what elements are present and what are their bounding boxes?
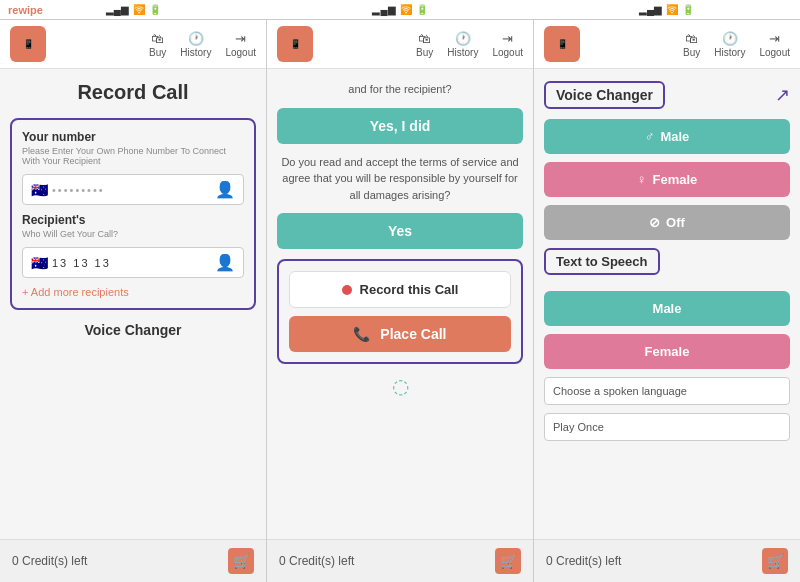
nav-buy-1[interactable]: 🛍 Buy <box>149 31 166 58</box>
voice-changer-title: Voice Changer <box>544 81 665 109</box>
panel3-logo: 📱 <box>544 26 580 62</box>
history-icon-3: 🕐 <box>722 31 738 46</box>
nav-history-2[interactable]: 🕐 History <box>447 31 478 58</box>
tts-male-button[interactable]: Male <box>544 291 790 326</box>
history-icon-2: 🕐 <box>455 31 471 46</box>
nav-buy-3[interactable]: 🛍 Buy <box>683 31 700 58</box>
nav-logout-2[interactable]: ⇥ Logout <box>492 31 523 58</box>
consent-text-1: and for the recipient? <box>277 81 523 98</box>
panel1-body: Record Call Your number Please Enter You… <box>0 69 266 539</box>
recipients-input[interactable]: 🇦🇺 13 13 13 👤 <box>22 247 244 278</box>
voice-changer-section-label: Voice Changer <box>10 322 256 338</box>
recipients-sublabel: Who Will Get Your Call? <box>22 229 244 239</box>
tts-female-button[interactable]: Female <box>544 334 790 369</box>
page-title: Record Call <box>10 81 256 104</box>
panel2-body: and for the recipient? Yes, I did Do you… <box>267 69 533 539</box>
off-voice-button[interactable]: ⊘ Off <box>544 205 790 240</box>
record-call-button[interactable]: Record this Call <box>289 271 511 308</box>
arrow-up-right-icon: ↗ <box>775 84 790 106</box>
female-symbol: ♀ <box>637 172 647 187</box>
language-dropdown[interactable]: Choose a spoken language <box>544 377 790 405</box>
logout-icon-1: ⇥ <box>235 31 246 46</box>
cart-button-1[interactable]: 🛒 <box>228 548 254 574</box>
panel-consent: 📱 🛍 Buy 🕐 History ⇥ Logout and for the r <box>267 20 534 582</box>
history-icon-1: 🕐 <box>188 31 204 46</box>
logout-icon-2: ⇥ <box>502 31 513 46</box>
off-symbol: ⊘ <box>649 215 660 230</box>
buy-icon-2: 🛍 <box>418 31 431 46</box>
yes-i-did-button[interactable]: Yes, I did <box>277 108 523 144</box>
logout-icon-3: ⇥ <box>769 31 780 46</box>
male-voice-button[interactable]: ♂ Male <box>544 119 790 154</box>
credits-label-3: 0 Credit(s) left <box>546 554 621 568</box>
panel3-footer: 0 Credit(s) left 🛒 <box>534 539 800 582</box>
cart-button-2[interactable]: 🛒 <box>495 548 521 574</box>
tts-label: Text to Speech <box>544 248 660 275</box>
panel3-header: 📱 🛍 Buy 🕐 History ⇥ Logout <box>534 20 800 69</box>
buy-icon-3: 🛍 <box>685 31 698 46</box>
app-logo: rewipe <box>8 4 43 16</box>
panel2-header: 📱 🛍 Buy 🕐 History ⇥ Logout <box>267 20 533 69</box>
nav-history-1[interactable]: 🕐 History <box>180 31 211 58</box>
tts-buttons: Male Female <box>544 291 790 377</box>
buy-icon-1: 🛍 <box>151 31 164 46</box>
nav-logout-3[interactable]: ⇥ Logout <box>759 31 790 58</box>
panel1-logo: 📱 <box>10 26 46 62</box>
flag-au-2: 🇦🇺 <box>31 255 48 271</box>
panel1-footer: 0 Credit(s) left 🛒 <box>0 539 266 582</box>
panel-voice-changer: 📱 🛍 Buy 🕐 History ⇥ Logout <box>534 20 800 582</box>
status-bar-1: ▂▄▆🛜🔋 <box>106 4 161 15</box>
panel1-nav: 🛍 Buy 🕐 History ⇥ Logout <box>149 31 256 58</box>
male-symbol: ♂ <box>645 129 655 144</box>
phone-icon: 📞 <box>353 326 370 342</box>
voice-changer-header: Voice Changer ↗ <box>544 81 790 109</box>
loading-spinner: ◌ <box>277 374 523 398</box>
consent-text-2: Do you read and accept the terms of serv… <box>277 154 523 204</box>
panel2-logo: 📱 <box>277 26 313 62</box>
place-call-button[interactable]: 📞 Place Call <box>289 316 511 352</box>
add-recipients-link[interactable]: + Add more recipients <box>22 286 244 298</box>
your-number-value: ••••••••• <box>52 184 215 196</box>
status-bar-3: ▂▄▆🛜🔋 <box>639 4 694 15</box>
your-number-input[interactable]: 🇦🇺 ••••••••• 👤 <box>22 174 244 205</box>
credits-label-2: 0 Credit(s) left <box>279 554 354 568</box>
panel3-body: Voice Changer ↗ ♂ Male ♀ Female ⊘ Off Te… <box>534 69 800 539</box>
panel2-footer: 0 Credit(s) left 🛒 <box>267 539 533 582</box>
contact-icon-1: 👤 <box>215 180 235 199</box>
yes-button[interactable]: Yes <box>277 213 523 249</box>
nav-logout-1[interactable]: ⇥ Logout <box>225 31 256 58</box>
cart-button-3[interactable]: 🛒 <box>762 548 788 574</box>
your-number-section: Your number Please Enter Your Own Phone … <box>10 118 256 310</box>
recipient-value: 13 13 13 <box>52 257 215 269</box>
play-once-dropdown[interactable]: Play Once <box>544 413 790 441</box>
your-number-sublabel: Please Enter Your Own Phone Number To Co… <box>22 146 244 166</box>
panel2-nav: 🛍 Buy 🕐 History ⇥ Logout <box>416 31 523 58</box>
nav-history-3[interactable]: 🕐 History <box>714 31 745 58</box>
recipients-label: Recipient's <box>22 213 244 227</box>
record-section: Record this Call 📞 Place Call <box>277 259 523 364</box>
record-dot <box>342 285 352 295</box>
nav-buy-2[interactable]: 🛍 Buy <box>416 31 433 58</box>
panel3-nav: 🛍 Buy 🕐 History ⇥ Logout <box>683 31 790 58</box>
panel-record-call: 📱 🛍 Buy 🕐 History ⇥ Logout Record Call <box>0 20 267 582</box>
status-bar-2: ▂▄▆🛜🔋 <box>372 4 427 15</box>
panel1-header: 📱 🛍 Buy 🕐 History ⇥ Logout <box>0 20 266 69</box>
credits-label-1: 0 Credit(s) left <box>12 554 87 568</box>
flag-au-1: 🇦🇺 <box>31 182 48 198</box>
contact-icon-2: 👤 <box>215 253 235 272</box>
female-voice-button[interactable]: ♀ Female <box>544 162 790 197</box>
your-number-label: Your number <box>22 130 244 144</box>
